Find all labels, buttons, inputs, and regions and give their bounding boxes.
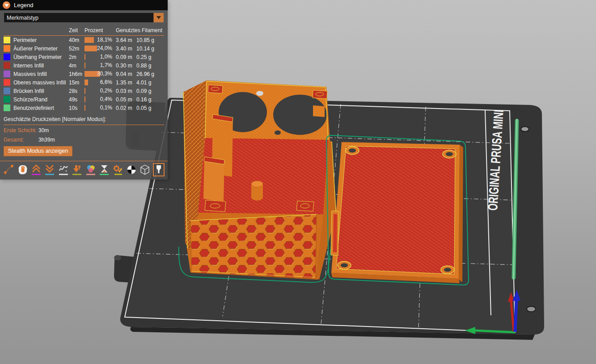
tool-marker-icon[interactable]	[72, 163, 82, 176]
model-lid[interactable]	[326, 135, 469, 285]
col-percent: Prozent	[85, 27, 116, 33]
model-electronics-box[interactable]	[179, 80, 336, 282]
color-swatch	[4, 88, 10, 94]
legend-row-bridge-infill[interactable]: Brücken Infill 28s 0,2% 0.03 m 0.09 g	[4, 87, 164, 95]
percent-bar	[85, 54, 85, 60]
dropdown-button[interactable]	[153, 13, 164, 22]
collapse-icon[interactable]	[3, 1, 10, 9]
estimated-times-heading: Geschätzte Druckzeiten [Normaler Modus]:	[4, 116, 164, 125]
color-changes-icon[interactable]	[85, 163, 96, 176]
wipe-icon[interactable]	[17, 163, 28, 176]
prusaslicer-preview-window: { "panel": { "title": "Legend", "dropdow…	[0, 0, 596, 364]
retractions-icon[interactable]	[31, 163, 42, 176]
preview-options-toolbar	[4, 161, 164, 180]
legend-title: Legend	[14, 2, 33, 8]
legend-table-header: Zeit Prozent Genutztes Filament	[4, 26, 164, 36]
legend-row-top-solid-infill[interactable]: Oberes massives Infill 15m 6,6% 1.35 m 4…	[4, 78, 164, 87]
color-swatch	[4, 71, 10, 77]
legend-row-custom[interactable]: Benutzerdefiniert 10s 0,1% 0.02 m 0.05 g	[4, 104, 164, 112]
view-type-value: Merkmalstyp	[4, 13, 153, 22]
legend-row-skirt-brim[interactable]: Schürze/Rand 49s 0,4% 0.05 m 0.16 g	[4, 95, 164, 104]
col-time: Zeit	[69, 27, 85, 33]
percent-bar	[85, 88, 85, 94]
custom-gcode-icon[interactable]	[112, 163, 123, 176]
shells-icon[interactable]	[139, 163, 150, 176]
legend-panel: Legend Merkmalstyp Zeit Prozent Genutzte…	[0, 0, 168, 180]
view-type-dropdown[interactable]: Merkmalstyp	[4, 13, 164, 23]
legend-row-solid-infill[interactable]: Massives Infill 1h6m 30,3% 9.04 m 26.96 …	[4, 70, 164, 78]
travel-paths-icon[interactable]	[4, 163, 14, 176]
color-swatch	[4, 37, 10, 43]
pause-prints-icon[interactable]	[99, 163, 110, 176]
sequential-nozzle-icon[interactable]	[153, 163, 164, 176]
axis-z-blue	[515, 300, 516, 332]
percent-bar	[85, 37, 94, 43]
percent-bar	[85, 79, 88, 85]
total-time-value: 3h39m	[38, 137, 164, 143]
percent-bar	[85, 105, 85, 111]
center-of-gravity-icon[interactable]	[126, 163, 137, 176]
chevron-down-icon	[156, 16, 161, 19]
percent-bar	[85, 96, 85, 102]
percent-bar	[85, 63, 85, 68]
color-swatch	[4, 105, 10, 111]
stealth-mode-button[interactable]: Stealth Modus anzeigen	[4, 146, 72, 156]
color-swatch	[4, 45, 10, 52]
legend-row-internal-infill[interactable]: Internes Infill 4m 1,7% 0.30 m 0.88 g	[4, 61, 164, 70]
color-swatch	[4, 79, 10, 86]
legend-row-perimeter[interactable]: Perimeter 40m 18,1% 3.64 m 10.85 g	[4, 36, 164, 44]
first-layer-label: Erste Schicht:	[4, 127, 38, 134]
color-swatch	[4, 96, 10, 103]
first-layer-value: 30m	[38, 127, 164, 134]
bed-hole	[521, 127, 529, 132]
seams-icon[interactable]	[58, 163, 69, 176]
legend-titlebar[interactable]: Legend	[0, 0, 168, 10]
percent-bar	[85, 46, 97, 51]
legend-row-external-perimeter[interactable]: Äußerer Perimeter 52m 24,0% 3.40 m 10.14…	[4, 44, 164, 53]
total-time-label: Gesamt:	[4, 137, 38, 143]
deretractions-icon[interactable]	[44, 163, 55, 176]
bed-hole	[527, 306, 536, 312]
color-swatch	[4, 62, 10, 69]
col-filament: Genutztes Filament	[116, 27, 158, 33]
legend-row-overhang-perimeter[interactable]: Überhang Perimeter 2m 1,0% 0.09 m 0.25 g	[4, 53, 164, 61]
color-swatch	[4, 54, 10, 60]
